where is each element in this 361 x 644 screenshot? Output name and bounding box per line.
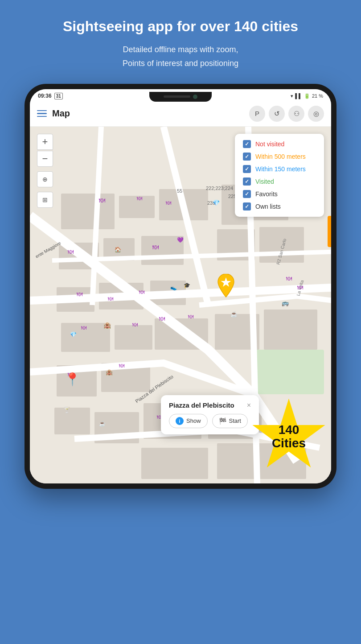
subtitle-line2: Points of interest and positioning xyxy=(123,59,238,68)
star-badge: 140 Cities xyxy=(251,399,327,475)
checkbox-within-150[interactable] xyxy=(243,165,251,173)
location-icon: ◎ xyxy=(313,110,319,118)
parking-button[interactable]: P xyxy=(249,106,265,122)
svg-text:🏠: 🏠 xyxy=(115,246,121,253)
status-bar-left: 09:36 31 xyxy=(38,93,63,99)
map-controls: + − ⊕ ⊞ xyxy=(37,134,53,208)
show-label: Show xyxy=(186,417,201,424)
filter-not-visited[interactable]: Not visited xyxy=(243,140,316,148)
red-marker[interactable]: 📍 xyxy=(65,372,80,387)
parking-icon: P xyxy=(255,110,259,117)
popup-close-button[interactable]: × xyxy=(247,401,251,409)
svg-text:🏨: 🏨 xyxy=(106,368,113,376)
app-title: Map xyxy=(52,108,244,119)
svg-text:🍽: 🍽 xyxy=(119,363,124,369)
checkbox-favorits[interactable] xyxy=(243,190,251,198)
svg-text:🎓: 🎓 xyxy=(184,282,190,289)
svg-text:🍽: 🍽 xyxy=(132,322,138,328)
filter-within-150-label: Within 150 meters xyxy=(255,165,306,173)
svg-rect-21 xyxy=(54,408,90,434)
phone-notch xyxy=(149,92,212,102)
svg-text:🍽: 🍽 xyxy=(81,325,86,331)
svg-text:🍽: 🍽 xyxy=(152,244,159,251)
header-title: Sightseeing app for over 140 cities xyxy=(13,18,348,35)
svg-text:🍽: 🍽 xyxy=(188,314,193,320)
star-number: 140 xyxy=(279,423,299,437)
svg-text:☕: ☕ xyxy=(230,310,238,318)
svg-text:🍽: 🍽 xyxy=(77,291,82,297)
orange-side-tab[interactable] xyxy=(328,216,331,247)
svg-text:💜: 💜 xyxy=(177,236,184,243)
start-label: Start xyxy=(229,417,241,424)
history-button[interactable]: ↺ xyxy=(269,106,285,122)
filter-panel: Not visited Within 500 meters Within 150… xyxy=(235,134,324,217)
svg-text:55: 55 xyxy=(177,188,182,194)
status-time: 09:36 xyxy=(38,93,52,99)
svg-text:🍽: 🍽 xyxy=(159,315,165,322)
svg-text:🍽: 🍽 xyxy=(166,200,171,206)
svg-text:🍽: 🍽 xyxy=(139,289,144,295)
hamburger-line-1 xyxy=(37,110,47,111)
svg-text:🍽: 🍽 xyxy=(108,296,113,302)
hamburger-line-3 xyxy=(37,116,47,117)
show-button[interactable]: i Show xyxy=(169,414,208,428)
place-actions: i Show 🏁 Start xyxy=(169,414,251,428)
phone-frame: 09:36 31 ▾ ▌▌ 🔋 21 % Map P xyxy=(25,84,336,489)
svg-text:🏨: 🏨 xyxy=(103,322,111,329)
filter-within-150[interactable]: Within 150 meters xyxy=(243,165,316,173)
flag-icon: 🏁 xyxy=(219,417,226,425)
filter-visited-label: Visited xyxy=(255,178,274,185)
zoom-out-button[interactable]: − xyxy=(37,151,53,167)
svg-rect-15 xyxy=(115,325,152,350)
locate-me-button[interactable]: ⊕ xyxy=(37,171,53,187)
battery-percent: 21 % xyxy=(312,93,323,99)
zoom-in-button[interactable]: + xyxy=(37,134,53,150)
svg-text:222;223;224: 222;223;224 xyxy=(206,186,233,191)
svg-text:💎: 💎 xyxy=(70,331,77,338)
svg-text:☕: ☕ xyxy=(99,420,106,427)
svg-rect-18 xyxy=(264,310,317,350)
notch-speaker xyxy=(164,95,190,98)
place-popup: Piazza del Plebiscito × i Show 🏁 Start xyxy=(161,395,259,434)
svg-text:💎: 💎 xyxy=(213,199,220,206)
filter-within-500[interactable]: Within 500 meters xyxy=(243,153,316,161)
checkbox-visited[interactable] xyxy=(243,178,251,186)
wifi-icon: ▾ xyxy=(291,93,293,99)
svg-rect-27 xyxy=(253,350,324,394)
start-button[interactable]: 🏁 Start xyxy=(212,414,248,428)
filter-favorits-label: Favorits xyxy=(255,190,278,198)
header-section: Sightseeing app for over 140 cities Deta… xyxy=(0,0,361,84)
svg-text:🍸: 🍸 xyxy=(63,406,71,414)
location-button[interactable]: ◎ xyxy=(308,106,324,122)
svg-text:🍽: 🍽 xyxy=(99,197,105,204)
svg-rect-25 xyxy=(141,448,208,479)
map-container[interactable]: 55 222;223;224 225 239 ente Maggiore R2 … xyxy=(30,127,331,483)
svg-text:👟: 👟 xyxy=(170,284,177,291)
menu-button[interactable] xyxy=(37,110,47,117)
app-bar: Map P ↺ ⚇ ◎ xyxy=(30,101,331,127)
overview-button[interactable]: ⊞ xyxy=(37,192,53,208)
info-icon: i xyxy=(176,417,184,425)
star-text: 140 Cities xyxy=(272,423,306,451)
checkbox-within-500[interactable] xyxy=(243,153,251,161)
svg-text:🍽: 🍽 xyxy=(286,275,292,282)
filter-favorits[interactable]: Favorits xyxy=(243,190,316,198)
filter-within-500-label: Within 500 meters xyxy=(255,153,306,160)
filter-own-lists[interactable]: Own lists xyxy=(243,202,316,211)
place-name: Piazza del Plebiscito xyxy=(169,401,234,409)
hamburger-line-2 xyxy=(37,113,47,114)
filter-own-lists-label: Own lists xyxy=(255,203,281,210)
status-calendar: 31 xyxy=(54,93,63,99)
selected-marker[interactable] xyxy=(217,274,235,300)
checkbox-not-visited[interactable] xyxy=(243,140,251,148)
checkbox-own-lists[interactable] xyxy=(243,202,251,211)
history-icon: ↺ xyxy=(274,110,280,118)
restaurant-icon: ⚇ xyxy=(294,110,299,118)
filter-visited[interactable]: Visited xyxy=(243,178,316,186)
svg-text:🍽: 🍽 xyxy=(297,284,303,291)
svg-rect-1 xyxy=(61,194,115,229)
restaurant-button[interactable]: ⚇ xyxy=(288,106,304,122)
status-bar-right: ▾ ▌▌ 🔋 21 % xyxy=(291,93,323,99)
svg-text:🚌: 🚌 xyxy=(282,299,289,307)
signal-icon: ▌▌ xyxy=(295,93,302,99)
